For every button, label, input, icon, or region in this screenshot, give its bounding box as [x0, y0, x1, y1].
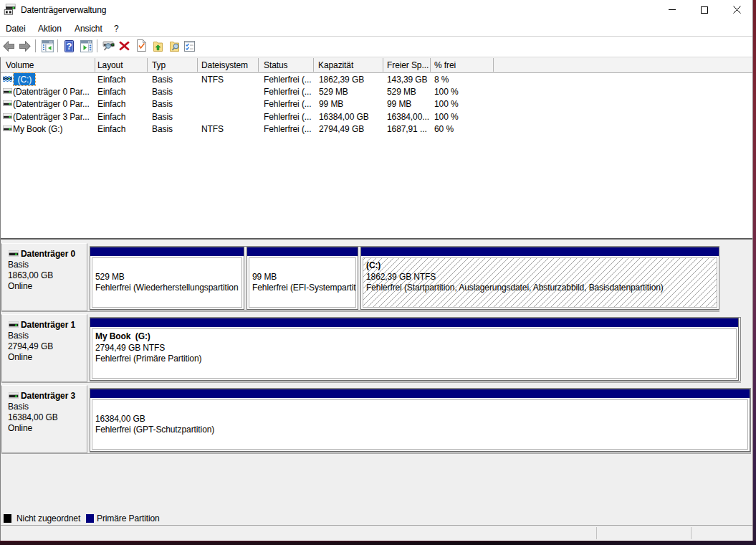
svg-text:?: ?: [67, 41, 72, 52]
